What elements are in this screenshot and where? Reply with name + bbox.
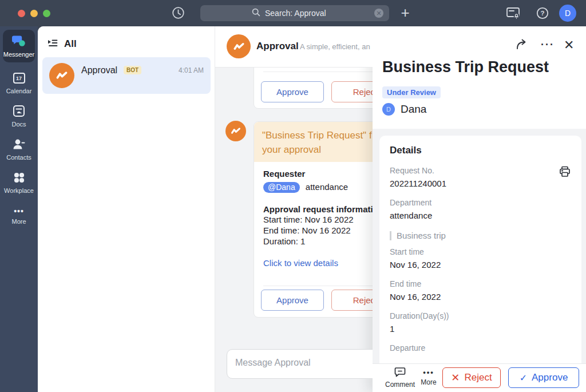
more-icon: •••: [423, 368, 434, 377]
more-icon: •••: [0, 207, 38, 216]
field-request-no: Request No. 202211240001: [390, 166, 571, 188]
nav-item-workplace[interactable]: Workplace: [0, 170, 38, 194]
comment-action[interactable]: Comment: [384, 367, 416, 389]
reject-button[interactable]: Reject: [331, 290, 373, 311]
nav-label: Calendar: [0, 88, 38, 94]
field-duration: Duration(Day(s)) 1: [390, 311, 571, 334]
nav-item-contacts[interactable]: Contacts: [0, 137, 38, 161]
more-actions-icon[interactable]: ···: [541, 39, 555, 51]
approval-bot-avatar: [225, 121, 246, 141]
user-avatar[interactable]: D: [559, 5, 576, 22]
main-content: All Approval BOT 4:01 AM Approval A simp…: [38, 26, 586, 392]
conversation-description: A simple, efficient, an: [300, 42, 370, 51]
details-heading: Details: [390, 145, 571, 156]
banner-line2: your approval: [262, 142, 373, 157]
more-label: More: [418, 378, 439, 386]
nav-item-more[interactable]: ••• More: [0, 207, 38, 225]
conversation-panel: Approval A simple, efficient, an Approve…: [215, 26, 373, 392]
contacts-icon: [0, 137, 38, 152]
info-duration: Duration: 1: [263, 236, 373, 247]
svg-text:?: ?: [540, 10, 544, 17]
chat-list-title: All: [64, 38, 77, 50]
reject-button[interactable]: Reject: [331, 81, 373, 102]
chat-list-panel: All Approval BOT 4:01 AM: [38, 26, 215, 392]
info-start-time: Start time: Nov 16 2022: [263, 214, 373, 225]
chat-name: Approval: [81, 65, 117, 76]
lark-app-window: Search: Approval ✕ + ? D Messenger 17 Ca…: [0, 0, 586, 392]
field-end-time: End time Nov 16, 2022: [390, 279, 571, 302]
banner-line1: "Business Trip Request" f: [262, 128, 373, 142]
requester-avatar: D: [382, 103, 395, 116]
history-icon[interactable]: [171, 6, 185, 20]
field-department: Department attendance: [390, 198, 571, 220]
approval-detail-panel: ··· ✕ Business Trip Request Under Review…: [373, 26, 586, 392]
approval-message-card: "Business Trip Request" f your approval …: [254, 121, 373, 318]
close-window-button[interactable]: [18, 10, 25, 17]
window-titlebar: Search: Approval ✕ + ? D: [0, 0, 586, 26]
mention-dana[interactable]: @Dana: [263, 182, 300, 193]
approval-bot-avatar: [227, 34, 251, 58]
section-business-trip: Business trip: [390, 231, 571, 240]
nav-label: Workplace: [0, 187, 38, 194]
requester-department: attendance: [306, 182, 348, 192]
nav-item-calendar[interactable]: 17 Calendar: [0, 70, 38, 94]
workplace-icon: [0, 170, 38, 185]
clear-search-icon[interactable]: ✕: [374, 9, 383, 18]
info-end-time: End time: Nov 16 2022: [263, 225, 373, 236]
approve-button[interactable]: ✓ Approve: [508, 367, 579, 388]
field-start-time: Start time Nov 16, 2022: [390, 247, 571, 270]
detail-body[interactable]: Details Request No. 202211240001 Departm…: [373, 129, 586, 363]
new-chat-icon[interactable]: +: [398, 4, 412, 21]
request-title: Business Trip Request: [382, 58, 549, 76]
reject-x-icon: ✕: [451, 371, 460, 384]
requester-label: Requester: [263, 169, 373, 179]
nav-label: More: [0, 218, 38, 225]
nav-item-messenger[interactable]: Messenger: [3, 30, 35, 62]
share-icon[interactable]: [516, 38, 528, 53]
comment-label: Comment: [384, 381, 416, 389]
view-details-link[interactable]: Click to view details: [263, 258, 373, 268]
approve-button[interactable]: Approve: [261, 81, 324, 102]
chat-list-item-approval[interactable]: Approval BOT 4:01 AM: [42, 57, 211, 94]
conversation-header: Approval A simple, efficient, an: [215, 26, 373, 68]
reject-button[interactable]: ✕ Reject: [442, 367, 501, 388]
message-scroll-area[interactable]: Approve Reject "Business Trip Request" f…: [215, 68, 373, 392]
chat-timestamp: 4:01 AM: [179, 66, 204, 74]
detail-header: ··· ✕ Business Trip Request Under Review…: [373, 26, 586, 129]
help-icon[interactable]: ?: [536, 7, 549, 22]
approval-message-card: Approve Reject: [254, 68, 373, 109]
messenger-icon: [3, 34, 35, 49]
approval-banner: "Business Trip Request" f your approval: [254, 122, 373, 162]
minimize-window-button[interactable]: [30, 10, 38, 17]
nav-item-docs[interactable]: Docs: [0, 104, 38, 128]
nav-label: Contacts: [0, 154, 38, 161]
filter-icon[interactable]: [47, 38, 58, 50]
message-composer[interactable]: [227, 349, 373, 379]
details-card: Details Request No. 202211240001 Departm…: [379, 136, 581, 363]
info-title: Approval request information: [263, 204, 373, 214]
docs-icon: [0, 104, 38, 118]
nav-label: Messenger: [3, 51, 35, 58]
conversation-title: Approval: [256, 41, 299, 52]
more-action[interactable]: ••• More: [418, 367, 439, 386]
field-departure: Departure: [390, 343, 571, 353]
zoom-window-button[interactable]: [43, 10, 50, 17]
calendar-icon: 17: [0, 70, 38, 85]
approval-bot-avatar: [49, 63, 74, 88]
close-panel-icon[interactable]: ✕: [564, 38, 574, 53]
search-icon: [252, 8, 260, 18]
nav-label: Docs: [0, 121, 38, 128]
approve-check-icon: ✓: [520, 373, 527, 383]
search-input[interactable]: Search: Approval ✕: [200, 5, 389, 21]
search-value: Search: Approval: [265, 9, 326, 18]
requester-row: D Dana: [382, 103, 426, 116]
announcement-icon[interactable]: [506, 6, 521, 22]
comment-icon: [394, 369, 406, 379]
message-input[interactable]: [235, 358, 373, 368]
approve-button[interactable]: Approve: [261, 290, 324, 311]
status-badge: Under Review: [382, 86, 441, 98]
app-navigation-rail: Messenger 17 Calendar Docs Contacts Work…: [0, 26, 38, 392]
print-icon[interactable]: [559, 165, 571, 180]
bot-badge: BOT: [124, 66, 141, 74]
requester-name: Dana: [401, 103, 426, 116]
